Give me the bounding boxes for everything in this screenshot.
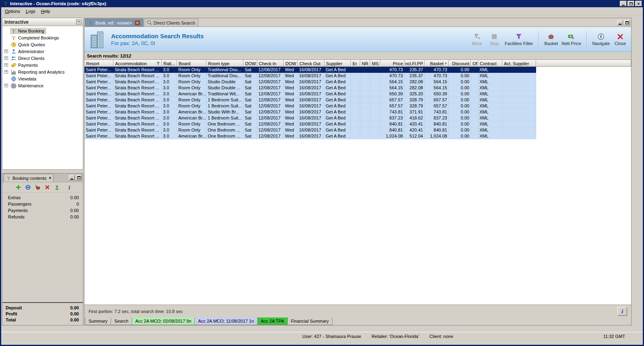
menu-help[interactable]: Help bbox=[38, 8, 53, 14]
bottom-tab-summary[interactable]: Summary bbox=[85, 317, 111, 325]
panel-maximize-button[interactable] bbox=[76, 175, 82, 180]
close-button[interactable]: × bbox=[635, 1, 642, 6]
table-row[interactable]: Saint Peter...Sirata Beach Resort ...3.0… bbox=[85, 85, 631, 91]
bottom-tab-search[interactable]: Search bbox=[111, 317, 132, 325]
navigate-button[interactable]: Navigate bbox=[592, 33, 610, 46]
column-header-of[interactable]: Of bbox=[471, 60, 478, 67]
cell-dow: Sat bbox=[244, 73, 257, 79]
cell-dow: Sat bbox=[244, 67, 257, 73]
cell-er bbox=[351, 73, 360, 79]
menu-logs[interactable]: Logs bbox=[23, 8, 38, 14]
results-header-titles: Accommodation Search Results For pax: 2A… bbox=[111, 33, 204, 46]
cell-discount: 0.00 bbox=[449, 73, 471, 79]
panel-minimize-button[interactable] bbox=[69, 175, 75, 180]
sidebar-item-viewdata[interactable]: Viewdata bbox=[2, 75, 83, 82]
sidebar-item-direct-clients[interactable]: +Direct Clients bbox=[2, 55, 83, 62]
add-button[interactable] bbox=[15, 184, 21, 190]
maximize-button[interactable] bbox=[627, 1, 634, 6]
column-header-incl-fl-pp[interactable]: Incl.Fl.PP bbox=[405, 60, 425, 67]
column-header-price[interactable]: Price bbox=[380, 60, 405, 67]
table-row[interactable]: Saint Peter...Sirata Beach Resort ...3.0… bbox=[85, 97, 631, 103]
basket-button[interactable]: Basket bbox=[544, 33, 558, 46]
cell-check-in: 12/08/2017 bbox=[257, 121, 284, 127]
table-row[interactable]: Saint Peter...Sirata Beach Resort ...3.0… bbox=[85, 115, 631, 121]
info-button[interactable]: i bbox=[617, 307, 627, 316]
bottom-tab-acc-2a-mco-02-08-2017-9n[interactable]: Acc 2A MCO; 02/08/2017 9n bbox=[132, 317, 195, 325]
nett-price-button[interactable]: Nett Price bbox=[561, 33, 581, 46]
booking-item-payments[interactable]: Payments0.00 bbox=[2, 207, 83, 214]
table-row[interactable]: Saint Peter...Sirata Beach Resort ...3.0… bbox=[85, 79, 631, 85]
basket-up-button[interactable] bbox=[54, 184, 60, 190]
close-button[interactable]: Close bbox=[613, 33, 627, 46]
column-header-check-out[interactable]: Check Out bbox=[298, 60, 324, 67]
column-header-board[interactable]: Board bbox=[177, 60, 206, 67]
table-row[interactable]: Saint Peter...Sirata Beach Resort ...3.0… bbox=[85, 73, 631, 79]
column-header-discount[interactable]: Discount bbox=[449, 60, 471, 67]
booking-item-extras[interactable]: Extras0.00 bbox=[2, 194, 83, 201]
column-header-basket[interactable]: Basket▼ bbox=[425, 60, 449, 67]
column-header-rati[interactable]: Rati... bbox=[162, 60, 177, 67]
column-header-act-supplier[interactable]: Act. Supplier bbox=[502, 60, 536, 67]
cell-ms bbox=[370, 121, 380, 127]
cell-ms bbox=[370, 115, 380, 121]
cell-basket: 743.81 bbox=[425, 109, 449, 115]
basket-add-button[interactable] bbox=[35, 184, 41, 190]
minimize-button[interactable] bbox=[620, 1, 627, 6]
close-tab-icon[interactable]: × bbox=[135, 21, 140, 25]
column-header-ms[interactable]: MS bbox=[370, 60, 380, 67]
sidebar-item-administrator[interactable]: +Administrator bbox=[2, 48, 83, 55]
close-panel-icon[interactable]: × bbox=[49, 176, 51, 180]
booking-item-refunds[interactable]: Refunds0.00 bbox=[2, 214, 83, 220]
expand-icon[interactable]: + bbox=[4, 49, 8, 53]
table-row[interactable]: Saint Peter...Sirata Beach Resort ...3.0… bbox=[85, 127, 631, 133]
cell-accommodation: Sirata Beach Resort ... bbox=[114, 103, 162, 109]
table-row[interactable]: Saint Peter...Sirata Beach Resort ...3.0… bbox=[85, 133, 631, 139]
delete-button[interactable] bbox=[44, 184, 50, 190]
sidebar-item-maintenance[interactable]: +Maintenance bbox=[2, 82, 83, 89]
table-row[interactable]: Saint Peter...Sirata Beach Resort ...3.0… bbox=[85, 109, 631, 115]
table-row[interactable]: Saint Peter...Sirata Beach Resort ...3.0… bbox=[85, 121, 631, 127]
expand-icon[interactable]: + bbox=[4, 63, 8, 67]
table-row[interactable]: Saint Peter...Sirata Beach Resort ...3.0… bbox=[85, 67, 631, 73]
column-header-resort[interactable]: Resort bbox=[85, 60, 114, 67]
booking-item-passengers[interactable]: Passengers0 bbox=[2, 201, 83, 207]
collapse-panel-button[interactable]: − bbox=[76, 19, 82, 25]
bottom-tab-acc-2a-mco-11-08-2017-1n[interactable]: Acc 2A MCO; 11/08/2017 1n bbox=[194, 317, 258, 325]
tab-book-ref-none[interactable]: Book. ref.: <none>× bbox=[85, 19, 143, 27]
column-header-supplier[interactable]: Supplier bbox=[324, 60, 351, 67]
bottom-tab-financial-summary[interactable]: Financial Summary bbox=[287, 317, 332, 325]
cell-room-type: One Bedroom ... bbox=[206, 127, 244, 133]
expand-icon[interactable]: + bbox=[4, 84, 8, 87]
table-row[interactable]: Saint Peter...Sirata Beach Resort ...3.0… bbox=[85, 103, 631, 109]
menu-options[interactable]: Options bbox=[2, 8, 23, 14]
filter-funnel-icon[interactable] bbox=[156, 62, 160, 66]
column-header-accommodation[interactable]: Accommodation bbox=[114, 60, 162, 67]
column-header-nr[interactable]: NR bbox=[360, 60, 370, 67]
sidebar-item-completed-bookings[interactable]: Completed Bookings bbox=[2, 34, 83, 41]
column-header-contract[interactable]: Contract bbox=[478, 60, 502, 67]
column-header-check-in[interactable]: Check In bbox=[257, 60, 284, 67]
tab-direct-clients-search[interactable]: Direct Clients Search bbox=[144, 19, 198, 27]
facilities-filter-button[interactable]: Facilities Filter bbox=[505, 33, 533, 46]
expand-icon[interactable]: + bbox=[4, 70, 8, 74]
table-row[interactable]: Saint Peter...Sirata Beach Resort ...3.0… bbox=[85, 91, 631, 97]
bottom-tab-acc-2a-tpa[interactable]: Acc 2A TPA bbox=[257, 317, 288, 325]
workspace-restore-button[interactable] bbox=[624, 20, 630, 25]
info-button[interactable]: i bbox=[68, 185, 70, 190]
workspace-minimize-button[interactable] bbox=[617, 20, 623, 25]
sidebar-item-quick-quotes[interactable]: Quick Quotes bbox=[2, 41, 83, 48]
booking-contents-tab[interactable]: Booking contents × bbox=[4, 174, 54, 182]
column-header-er[interactable]: Er bbox=[351, 60, 360, 67]
sidebar-item-payments[interactable]: +Payments bbox=[2, 62, 83, 68]
sidebar-item-reporting-and-analytics[interactable]: +Reporting and Analytics bbox=[2, 68, 83, 75]
status-bar: User: 427 - Shamaura Prause Retailer: 'O… bbox=[1, 332, 643, 340]
column-header-room-type[interactable]: Room type bbox=[206, 60, 244, 67]
refresh-button[interactable] bbox=[25, 184, 31, 190]
column-header-dow[interactable]: DOW bbox=[244, 60, 257, 67]
expand-icon[interactable]: + bbox=[4, 56, 8, 60]
column-header-dow[interactable]: DOW bbox=[284, 60, 298, 67]
cell-of bbox=[471, 91, 478, 97]
results-grid: ResortAccommodationRati...BoardRoom type… bbox=[85, 60, 631, 305]
sidebar-item-new-booking[interactable]: New Booking bbox=[2, 27, 83, 34]
status-retailer: Retailer: 'Ocean-Florida' bbox=[372, 334, 419, 339]
